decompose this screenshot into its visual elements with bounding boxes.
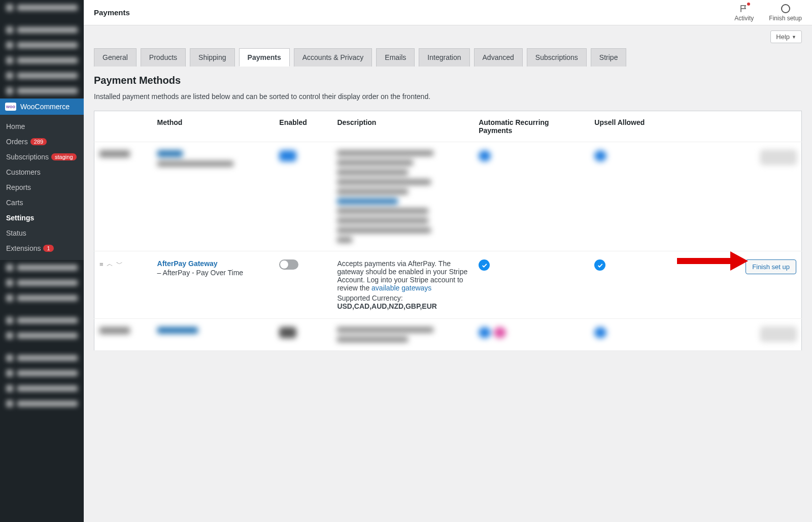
help-button[interactable]: Help▼ bbox=[770, 30, 802, 43]
sidebar-item-blurred[interactable] bbox=[0, 290, 84, 306]
table-row-blurred bbox=[94, 142, 802, 251]
activity-button[interactable]: Activity bbox=[734, 4, 754, 22]
sidebar-item-blurred[interactable] bbox=[0, 328, 84, 343]
tab-products[interactable]: Products bbox=[141, 48, 186, 67]
table-row-afterpay: ≡ ︿ ﹀ AfterPay Gateway – AfterPay - Pay … bbox=[94, 251, 802, 319]
tab-shipping[interactable]: Shipping bbox=[190, 48, 235, 67]
staging-badge: staging bbox=[51, 153, 76, 160]
method-description: Accepts payments via AfterPay. The gatew… bbox=[337, 259, 468, 310]
sidebar-item-blurred[interactable] bbox=[0, 0, 84, 15]
woocommerce-submenu: Home Orders289 Subscriptionsstaging Cust… bbox=[0, 115, 84, 260]
sidebar-sub-settings[interactable]: Settings bbox=[0, 210, 84, 225]
section-description: Installed payment methods are listed bel… bbox=[94, 92, 802, 101]
topbar: Payments Activity Finish setup bbox=[84, 0, 812, 25]
sidebar-item-blurred[interactable] bbox=[0, 260, 84, 275]
supported-currencies: USD,CAD,AUD,NZD,GBP,EUR bbox=[337, 302, 468, 310]
orders-count-badge: 289 bbox=[30, 138, 47, 145]
payment-methods-table: Method Enabled Description Automatic Rec… bbox=[94, 111, 802, 351]
settings-tabs: General Products Shipping Payments Accou… bbox=[94, 48, 802, 67]
sidebar-sub-subscriptions[interactable]: Subscriptionsstaging bbox=[0, 149, 84, 165]
tab-emails[interactable]: Emails bbox=[376, 48, 415, 67]
sidebar-sub-extensions[interactable]: Extensions1 bbox=[0, 241, 84, 256]
sidebar-sub-home[interactable]: Home bbox=[0, 119, 84, 134]
sidebar-sub-orders[interactable]: Orders289 bbox=[0, 134, 84, 149]
col-method: Method bbox=[152, 111, 275, 142]
tab-subscriptions[interactable]: Subscriptions bbox=[527, 48, 587, 67]
page-title: Payments bbox=[94, 8, 130, 17]
sidebar-item-blurred[interactable] bbox=[0, 366, 84, 381]
sidebar-label: WooCommerce bbox=[20, 103, 70, 111]
tab-integration[interactable]: Integration bbox=[419, 48, 469, 67]
col-auto-recurring: Automatic Recurring Payments bbox=[473, 111, 589, 142]
sidebar-item-blurred[interactable] bbox=[0, 350, 84, 366]
tab-accounts-privacy[interactable]: Accounts & Privacy bbox=[294, 48, 373, 67]
sidebar-item-blurred[interactable] bbox=[0, 396, 84, 411]
sidebar-sub-carts[interactable]: Carts bbox=[0, 195, 84, 210]
drag-handle-icon[interactable]: ≡ bbox=[99, 260, 104, 268]
extensions-badge: 1 bbox=[43, 245, 53, 252]
col-sort bbox=[94, 111, 152, 142]
sidebar-sub-customers[interactable]: Customers bbox=[0, 165, 84, 180]
sidebar-item-blurred[interactable] bbox=[0, 68, 84, 83]
sidebar-item-blurred[interactable] bbox=[0, 22, 84, 38]
sidebar-item-blurred[interactable] bbox=[0, 38, 84, 53]
col-enabled: Enabled bbox=[274, 111, 332, 142]
woocommerce-icon: woo bbox=[5, 103, 16, 111]
sidebar-item-blurred[interactable] bbox=[0, 53, 84, 68]
chevron-down-icon: ▼ bbox=[792, 35, 796, 40]
method-subtitle: – AfterPay - Pay Over Time bbox=[157, 269, 269, 277]
sidebar-item-blurred[interactable] bbox=[0, 83, 84, 99]
tab-general[interactable]: General bbox=[94, 48, 137, 67]
sidebar-sub-status[interactable]: Status bbox=[0, 225, 84, 241]
circle-icon bbox=[781, 4, 790, 14]
move-down-icon[interactable]: ﹀ bbox=[116, 259, 123, 269]
sidebar-item-blurred[interactable] bbox=[0, 381, 84, 396]
tab-stripe[interactable]: Stripe bbox=[591, 48, 627, 67]
tab-payments[interactable]: Payments bbox=[239, 48, 290, 67]
sidebar-item-blurred[interactable] bbox=[0, 313, 84, 328]
check-icon bbox=[479, 259, 490, 271]
section-title: Payment Methods bbox=[94, 75, 802, 86]
sidebar-sub-reports[interactable]: Reports bbox=[0, 180, 84, 195]
finish-setup-button[interactable]: Finish set up bbox=[746, 259, 796, 274]
enabled-toggle[interactable] bbox=[279, 259, 298, 270]
sidebar-item-woocommerce[interactable]: woo WooCommerce bbox=[0, 99, 84, 115]
available-gateways-link[interactable]: available gateways bbox=[371, 284, 431, 292]
flag-icon bbox=[739, 4, 749, 14]
table-row-blurred bbox=[94, 319, 802, 351]
sidebar-item-blurred[interactable] bbox=[0, 275, 84, 290]
admin-sidebar: woo WooCommerce Home Orders289 Subscript… bbox=[0, 0, 84, 522]
col-upsell: Upsell Allowed bbox=[589, 111, 705, 142]
col-description: Description bbox=[332, 111, 473, 142]
move-up-icon[interactable]: ︿ bbox=[107, 259, 113, 269]
method-name-link[interactable]: AfterPay Gateway bbox=[157, 259, 218, 268]
check-icon bbox=[594, 259, 605, 271]
finish-setup-button[interactable]: Finish setup bbox=[769, 4, 802, 22]
tab-advanced[interactable]: Advanced bbox=[474, 48, 523, 67]
col-action bbox=[705, 111, 801, 142]
